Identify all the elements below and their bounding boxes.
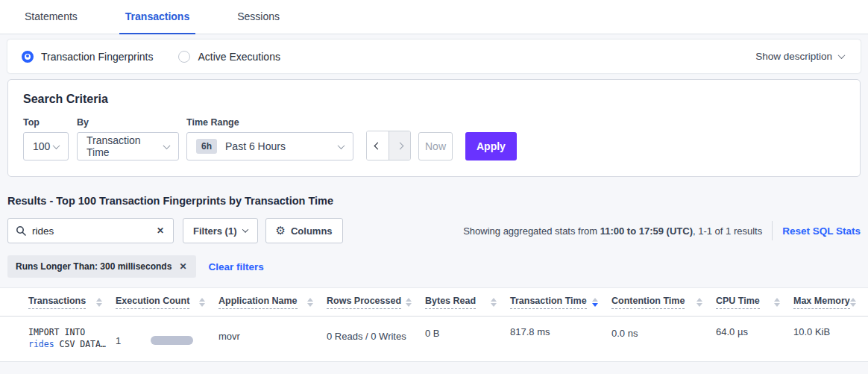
filters-button[interactable]: Filters (1) <box>183 218 258 243</box>
transaction-table-link[interactable]: rides <box>28 339 54 349</box>
time-range-label: Time Range <box>186 117 366 128</box>
search-input[interactable] <box>32 225 155 237</box>
results-table: Transactions Execution Count Application… <box>0 287 868 362</box>
chevron-right-icon <box>396 142 403 149</box>
stats-summary: Showing aggregated stats from 11:00 to 1… <box>463 221 861 240</box>
sort-icon[interactable] <box>491 298 497 307</box>
header-bytes-read: Bytes Read <box>425 296 510 309</box>
chevron-down-icon <box>242 226 248 232</box>
top-label: Top <box>23 117 77 128</box>
cell-contention-time: 0.0 ns <box>611 326 716 350</box>
cell-rows-processed: 0 Reads / 0 Writes <box>327 326 425 350</box>
radio-unselected-icon <box>178 51 190 63</box>
cell-cpu-time: 64.0 µs <box>716 326 793 350</box>
divider <box>772 221 773 240</box>
filter-chip: Runs Longer Than: 300 milliseconds ✕ <box>7 255 196 278</box>
execution-count-bar <box>151 336 193 345</box>
sort-icon[interactable] <box>774 298 780 307</box>
results-heading: Results - Top 100 Transaction Fingerprin… <box>7 195 861 207</box>
header-max-memory: Max Memory <box>793 296 868 309</box>
tab-transactions[interactable]: Transactions <box>119 10 195 34</box>
chevron-down-icon <box>838 52 846 59</box>
chevron-down-icon <box>338 142 345 149</box>
header-application-name: Application Name <box>218 296 327 309</box>
clear-filters-link[interactable]: Clear filters <box>208 261 263 272</box>
header-rows-processed: Rows Processed <box>327 296 425 309</box>
table-header-row: Transactions Execution Count Application… <box>0 288 868 317</box>
cell-transaction-time: 817.8 ms <box>510 326 611 350</box>
header-transaction-time: Transaction Time <box>510 296 611 309</box>
radio-active-executions[interactable]: Active Executions <box>178 51 280 63</box>
cell-application-name: movr <box>218 326 327 350</box>
sort-icon[interactable] <box>696 298 702 307</box>
time-range-value: Past 6 Hours <box>225 140 286 152</box>
by-select-value: Transaction Time <box>87 134 164 158</box>
sort-icon[interactable] <box>406 298 412 307</box>
results-search-box: ✕ <box>7 218 174 243</box>
sort-icon[interactable] <box>592 298 598 307</box>
sort-icon[interactable] <box>850 298 856 307</box>
by-select[interactable]: Transaction Time <box>77 132 179 160</box>
cell-bytes-read: 0 B <box>425 326 510 350</box>
tab-sessions[interactable]: Sessions <box>231 10 286 34</box>
radio-label: Active Executions <box>198 51 280 63</box>
show-description-toggle[interactable]: Show description <box>755 51 844 62</box>
sort-icon[interactable] <box>199 298 205 307</box>
columns-button-label: Columns <box>291 225 333 237</box>
cell-execution-count: 1 <box>116 326 218 350</box>
search-icon <box>16 225 26 236</box>
search-criteria-card: Search Criteria Top 100 By Transaction T… <box>7 79 861 177</box>
search-criteria-title: Search Criteria <box>23 93 845 106</box>
top-select-value: 100 <box>33 140 50 152</box>
results-controls: ✕ Filters (1) ⚙ Columns Showing aggregat… <box>7 218 861 243</box>
page-tabs: Statements Transactions Sessions <box>0 0 868 34</box>
search-clear-icon[interactable]: ✕ <box>155 224 166 237</box>
tab-statements[interactable]: Statements <box>19 10 84 34</box>
sort-icon[interactable] <box>96 298 102 307</box>
columns-button[interactable]: ⚙ Columns <box>265 218 343 243</box>
cell-transaction-fingerprint[interactable]: IMPORT INTO rides CSV DATA… <box>28 326 116 350</box>
gear-icon: ⚙ <box>276 224 286 237</box>
cell-max-memory: 10.0 KiB <box>793 326 868 350</box>
chevron-left-icon <box>374 142 382 149</box>
filter-chip-label: Runs Longer Than: 300 milliseconds <box>16 261 172 272</box>
table-row: IMPORT INTO rides CSV DATA… 1 movr 0 Rea… <box>0 317 868 362</box>
chevron-down-icon <box>53 142 60 149</box>
active-filters-row: Runs Longer Than: 300 milliseconds ✕ Cle… <box>7 255 861 278</box>
radio-transaction-fingerprints[interactable]: Transaction Fingerprints <box>22 51 153 63</box>
show-description-label: Show description <box>755 51 832 62</box>
header-cpu-time: CPU Time <box>716 296 793 309</box>
time-range-badge: 6h <box>196 139 217 154</box>
radio-selected-icon <box>22 51 34 63</box>
stats-text: Showing aggregated stats from 11:00 to 1… <box>463 225 762 237</box>
time-range-select[interactable]: 6h Past 6 Hours <box>186 132 353 160</box>
top-select[interactable]: 100 <box>23 132 69 160</box>
filters-button-label: Filters (1) <box>193 225 237 237</box>
time-next-button[interactable] <box>389 131 410 160</box>
time-prev-button[interactable] <box>367 131 389 160</box>
header-contention-time: Contention Time <box>611 296 716 309</box>
filter-chip-remove-icon[interactable]: ✕ <box>177 260 188 273</box>
radio-label: Transaction Fingerprints <box>41 51 153 63</box>
header-transactions: Transactions <box>28 296 116 309</box>
now-button[interactable]: Now <box>418 132 453 160</box>
by-label: By <box>77 117 186 128</box>
view-toggle-bar: Transaction Fingerprints Active Executio… <box>7 40 861 73</box>
header-execution-count: Execution Count <box>116 296 218 309</box>
time-nav-group <box>366 131 411 160</box>
reset-sql-stats-link[interactable]: Reset SQL Stats <box>782 225 861 237</box>
sort-icon[interactable] <box>307 298 313 307</box>
apply-button[interactable]: Apply <box>465 132 517 160</box>
